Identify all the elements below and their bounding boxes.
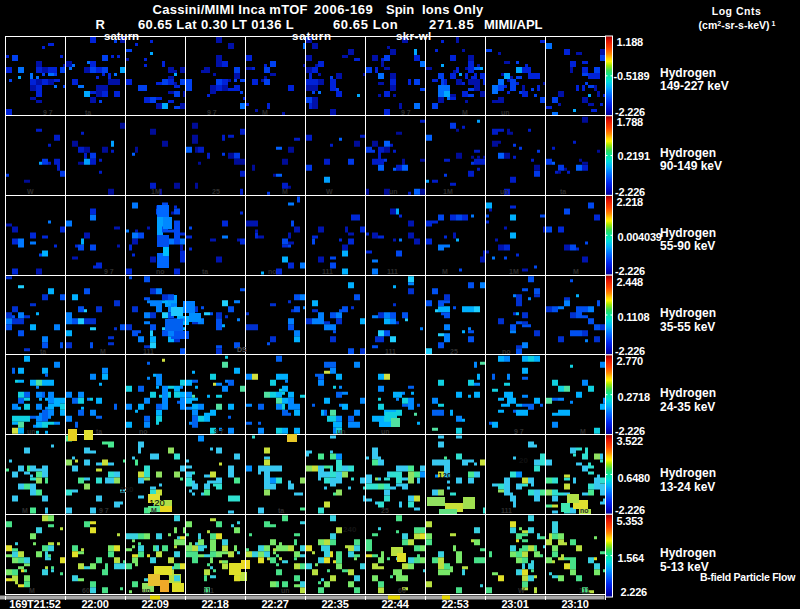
svg-text:3.522: 3.522: [617, 435, 644, 447]
svg-text:ta: ta: [40, 348, 46, 355]
svg-text:9 7: 9 7: [99, 507, 109, 514]
svg-text:25: 25: [450, 348, 458, 355]
svg-text:1.564: 1.564: [618, 552, 646, 564]
svg-text:2.448: 2.448: [617, 276, 644, 288]
svg-text:Hydrogen: Hydrogen: [660, 386, 716, 400]
svg-text:120: 120: [120, 485, 134, 494]
svg-text:M: M: [442, 268, 448, 275]
svg-text:saturn: saturn: [104, 30, 139, 42]
svg-text:9 7: 9 7: [514, 428, 524, 435]
svg-text:no: no: [580, 507, 589, 514]
svg-text:0.2718: 0.2718: [618, 391, 651, 403]
svg-text:111: 111: [322, 268, 333, 275]
svg-text:Hydrogen: Hydrogen: [660, 466, 716, 480]
svg-text:25: 25: [381, 507, 389, 514]
svg-text:M: M: [151, 507, 157, 514]
svg-text:20: 20: [519, 456, 528, 465]
svg-text:271.85: 271.85: [429, 17, 475, 32]
svg-text:DS: DS: [237, 346, 247, 353]
svg-text:ta: ta: [202, 268, 208, 275]
svg-text:120: 120: [438, 471, 452, 480]
svg-text:M: M: [29, 587, 35, 594]
svg-text:149-227 keV: 149-227 keV: [660, 79, 729, 93]
svg-text:M: M: [580, 428, 586, 435]
svg-text:ta: ta: [96, 428, 102, 435]
svg-text:9 7: 9 7: [43, 109, 53, 116]
svg-text:Hydrogen: Hydrogen: [660, 306, 716, 320]
svg-text:M: M: [100, 348, 106, 355]
svg-text:MIMI/APL: MIMI/APL: [484, 17, 543, 32]
svg-text:M: M: [282, 188, 288, 195]
svg-text:22:44: 22:44: [381, 598, 409, 609]
svg-text:24-35 keV: 24-35 keV: [660, 400, 715, 414]
svg-text:Log Cnts: Log Cnts: [712, 5, 762, 17]
svg-text:111: 111: [579, 587, 590, 594]
svg-text:22:00: 22:00: [81, 598, 108, 609]
svg-text:9 7: 9 7: [104, 268, 114, 275]
svg-text:Hydrogen: Hydrogen: [660, 66, 716, 80]
svg-text:111: 111: [387, 268, 398, 275]
svg-text:Hydrogen: Hydrogen: [660, 226, 716, 240]
svg-text:22:27: 22:27: [261, 598, 288, 609]
svg-text:un: un: [389, 188, 398, 195]
svg-text:no: no: [139, 428, 148, 435]
svg-text:35-55 keV: 35-55 keV: [660, 320, 715, 334]
svg-text:1M: 1M: [509, 268, 519, 275]
svg-text:W: W: [326, 188, 333, 195]
svg-text:M: M: [573, 268, 579, 275]
svg-text:un: un: [27, 428, 36, 435]
svg-text:no: no: [502, 348, 511, 355]
svg-text:13-24 keV: 13-24 keV: [660, 480, 715, 494]
svg-text:un: un: [501, 109, 510, 116]
svg-text:111: 111: [203, 587, 214, 594]
svg-text:5.353: 5.353: [617, 515, 644, 527]
svg-text:9 7: 9 7: [401, 109, 411, 116]
svg-text:Cassini/MIMI Inca mTOF: Cassini/MIMI Inca mTOF: [153, 2, 308, 17]
svg-text:9 7: 9 7: [207, 109, 217, 116]
svg-text:Ions Only: Ions Only: [422, 2, 484, 17]
svg-text:Hydrogen: Hydrogen: [660, 146, 716, 160]
svg-text:W: W: [27, 188, 34, 195]
svg-text:un: un: [381, 428, 390, 435]
svg-text:Hydrogen: Hydrogen: [660, 546, 716, 560]
svg-text:0.004039: 0.004039: [618, 231, 662, 243]
svg-text:111: 111: [501, 507, 512, 514]
svg-text:no: no: [268, 268, 277, 275]
svg-text:2.218: 2.218: [617, 196, 644, 208]
svg-text:saturn: saturn: [292, 30, 332, 42]
svg-text:60.65 Lat 0.30 LT 0136 L: 60.65 Lat 0.30 LT 0136 L: [138, 17, 294, 32]
svg-text:M: M: [262, 109, 268, 116]
svg-text:111: 111: [143, 348, 154, 355]
svg-text:60.65 Lon: 60.65 Lon: [333, 17, 398, 32]
svg-text:25: 25: [212, 188, 220, 195]
svg-text:0.2191: 0.2191: [618, 150, 651, 162]
svg-text:9 7: 9 7: [214, 428, 224, 435]
svg-text:1M: 1M: [151, 188, 161, 195]
svg-text:1.188: 1.188: [617, 36, 644, 48]
svg-text:-0.5189: -0.5189: [614, 70, 650, 82]
svg-text:1.788: 1.788: [617, 116, 644, 128]
svg-text:111: 111: [385, 348, 396, 355]
svg-text:ta: ta: [278, 507, 284, 514]
svg-text:90-149 keV: 90-149 keV: [660, 159, 722, 173]
svg-text:(cm2-sr-s-keV) 1: (cm2-sr-s-keV) 1: [699, 19, 776, 31]
svg-text:22:53: 22:53: [441, 598, 468, 609]
svg-text:B-field Particle Flow: B-field Particle Flow: [700, 571, 796, 583]
svg-text:60: 60: [398, 587, 406, 594]
svg-text:55-90 keV: 55-90 keV: [660, 239, 715, 253]
svg-text:240: 240: [343, 525, 357, 534]
svg-text:1M: 1M: [443, 188, 453, 195]
svg-text:169T21:52: 169T21:52: [9, 598, 60, 609]
svg-text:un: un: [281, 587, 290, 594]
svg-text:skr-wl: skr-wl: [396, 30, 432, 42]
svg-text:60: 60: [82, 587, 90, 594]
svg-text:no: no: [156, 268, 165, 275]
svg-text:2.226: 2.226: [621, 586, 648, 598]
svg-text:22:35: 22:35: [321, 598, 348, 609]
svg-text:0.1108: 0.1108: [618, 311, 650, 323]
svg-text:W: W: [518, 587, 525, 594]
svg-text:un: un: [337, 428, 346, 435]
svg-text:un: un: [142, 587, 151, 594]
svg-text:un: un: [500, 188, 509, 195]
svg-text:M: M: [22, 507, 28, 514]
